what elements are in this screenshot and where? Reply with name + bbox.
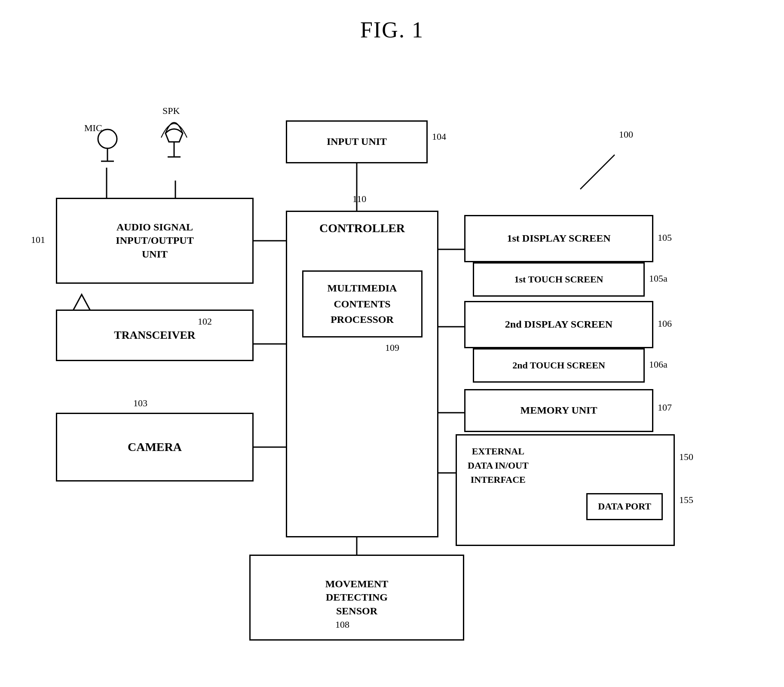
memory-box: MEMORY UNIT (464, 389, 653, 432)
display1-box: 1st DISPLAY SCREEN (464, 215, 653, 262)
ref-104: 104 (432, 131, 446, 142)
transceiver-box: TRANSCEIVER (56, 310, 254, 361)
ref-110: 110 (352, 193, 366, 205)
input-unit-box: INPUT UNIT (286, 120, 428, 163)
camera-box: CAMERA (56, 413, 254, 482)
touch2-box: 2nd TOUCH SCREEN (473, 348, 645, 383)
ref-155: 155 (679, 494, 693, 506)
ref-106a: 106a (649, 359, 668, 370)
ref-109: 109 (385, 342, 399, 354)
ref-107: 107 (658, 402, 672, 413)
ref-150: 150 (679, 451, 693, 463)
ref-108: 108 (335, 619, 349, 630)
audio-unit-box: AUDIO SIGNAL INPUT/OUTPUT UNIT (56, 198, 254, 284)
ref-102: 102 (198, 316, 212, 327)
svg-line-13 (580, 155, 615, 189)
ref-105: 105 (658, 232, 672, 243)
controller-box: CONTROLLER MULTIMEDIA CONTENTS PROCESSOR… (286, 211, 438, 537)
spk-label: SPK (162, 105, 180, 117)
ref-101: 101 (31, 234, 45, 245)
display2-box: 2nd DISPLAY SCREEN (464, 301, 653, 348)
movement-sensor-box: MOVEMENT DETECTING SENSOR (249, 555, 464, 641)
figure-title: FIG. 1 (360, 17, 424, 43)
ref-105a: 105a (649, 273, 668, 284)
ref-103: 103 (133, 398, 147, 409)
ref-106: 106 (658, 318, 672, 329)
ref-100: 100 (619, 129, 633, 140)
mic-label: MIC (84, 123, 102, 134)
external-data-box: EXTERNAL DATA IN/OUT INTERFACE DATA PORT (456, 434, 675, 546)
touch1-box: 1st TOUCH SCREEN (473, 262, 645, 297)
